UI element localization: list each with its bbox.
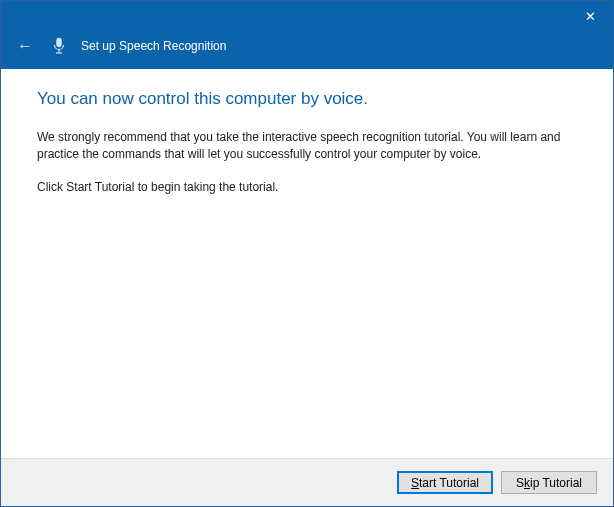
close-button[interactable]: ✕ [567,1,613,31]
start-tutorial-button[interactable]: Start Tutorial [397,471,493,494]
svg-rect-0 [57,38,62,47]
window-title: Set up Speech Recognition [81,39,226,53]
skip-tutorial-button[interactable]: Skip Tutorial [501,471,597,494]
footer-bar: Start Tutorial Skip Tutorial [1,458,613,506]
wizard-window: ✕ ← Set up Speech Recognition You can no… [0,0,614,507]
intro-paragraph: We strongly recommend that you take the … [37,129,577,163]
content-area: You can now control this computer by voi… [1,69,613,458]
titlebar: ✕ [1,1,613,31]
close-icon: ✕ [585,9,596,24]
skip-tutorial-label: Skip Tutorial [516,476,582,490]
back-button[interactable]: ← [13,36,37,56]
microphone-icon [51,36,67,56]
back-arrow-icon: ← [17,37,33,54]
header-bar: ← Set up Speech Recognition [1,31,613,69]
instruction-paragraph: Click Start Tutorial to begin taking the… [37,179,577,196]
page-heading: You can now control this computer by voi… [37,89,577,109]
